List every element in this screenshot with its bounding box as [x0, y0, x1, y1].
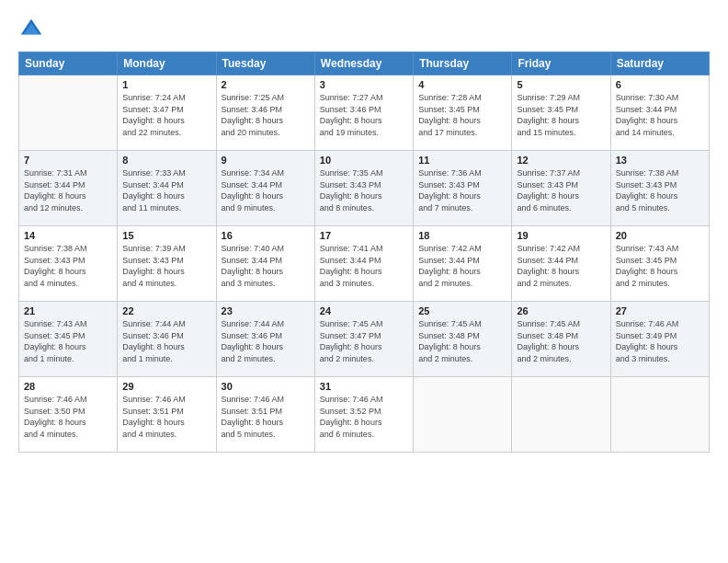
day-number: 8: [122, 155, 210, 166]
day-number: 22: [122, 305, 210, 316]
calendar-day-cell: 1Sunrise: 7:24 AM Sunset: 3:47 PM Daylig…: [118, 75, 216, 151]
day-number: 7: [24, 155, 112, 166]
weekday-header: Thursday: [414, 52, 512, 75]
day-info: Sunrise: 7:41 AM Sunset: 3:44 PM Dayligh…: [320, 243, 408, 289]
calendar-day-cell: 17Sunrise: 7:41 AM Sunset: 3:44 PM Dayli…: [314, 226, 413, 302]
day-info: Sunrise: 7:46 AM Sunset: 3:50 PM Dayligh…: [24, 394, 112, 440]
calendar-day-cell: 27Sunrise: 7:46 AM Sunset: 3:49 PM Dayli…: [610, 302, 709, 377]
calendar-header-row: SundayMondayTuesdayWednesdayThursdayFrid…: [19, 52, 710, 75]
page: SundayMondayTuesdayWednesdayThursdayFrid…: [0, 0, 728, 563]
weekday-header: Sunday: [19, 52, 118, 75]
weekday-header: Tuesday: [216, 52, 314, 75]
day-info: Sunrise: 7:43 AM Sunset: 3:45 PM Dayligh…: [616, 243, 704, 289]
day-number: 21: [24, 305, 112, 316]
calendar-day-cell: 23Sunrise: 7:44 AM Sunset: 3:46 PM Dayli…: [216, 302, 314, 377]
day-info: Sunrise: 7:45 AM Sunset: 3:48 PM Dayligh…: [517, 318, 605, 364]
day-number: 6: [616, 79, 704, 90]
calendar-day-cell: 4Sunrise: 7:28 AM Sunset: 3:45 PM Daylig…: [414, 75, 512, 151]
day-number: 25: [418, 305, 506, 316]
logo-icon: [18, 17, 44, 42]
calendar-week-row: 1Sunrise: 7:24 AM Sunset: 3:47 PM Daylig…: [19, 75, 710, 151]
day-info: Sunrise: 7:39 AM Sunset: 3:43 PM Dayligh…: [122, 243, 210, 289]
day-info: Sunrise: 7:33 AM Sunset: 3:44 PM Dayligh…: [122, 167, 210, 213]
calendar-day-cell: 12Sunrise: 7:37 AM Sunset: 3:43 PM Dayli…: [512, 151, 610, 226]
day-info: Sunrise: 7:25 AM Sunset: 3:46 PM Dayligh…: [222, 92, 310, 138]
weekday-header: Friday: [512, 52, 610, 75]
calendar-week-row: 14Sunrise: 7:38 AM Sunset: 3:43 PM Dayli…: [19, 226, 710, 302]
day-number: 20: [616, 230, 704, 241]
day-info: Sunrise: 7:46 AM Sunset: 3:51 PM Dayligh…: [222, 394, 310, 440]
day-info: Sunrise: 7:44 AM Sunset: 3:46 PM Dayligh…: [122, 318, 210, 364]
calendar-day-cell: 20Sunrise: 7:43 AM Sunset: 3:45 PM Dayli…: [610, 226, 709, 302]
day-info: Sunrise: 7:42 AM Sunset: 3:44 PM Dayligh…: [517, 243, 605, 289]
day-info: Sunrise: 7:31 AM Sunset: 3:44 PM Dayligh…: [24, 167, 112, 213]
day-number: 12: [517, 155, 605, 166]
calendar-day-cell: 10Sunrise: 7:35 AM Sunset: 3:43 PM Dayli…: [314, 151, 413, 226]
day-number: 5: [517, 79, 605, 90]
calendar-week-row: 21Sunrise: 7:43 AM Sunset: 3:45 PM Dayli…: [19, 302, 710, 377]
day-info: Sunrise: 7:45 AM Sunset: 3:48 PM Dayligh…: [418, 318, 506, 364]
day-info: Sunrise: 7:24 AM Sunset: 3:47 PM Dayligh…: [122, 92, 210, 138]
day-info: Sunrise: 7:29 AM Sunset: 3:45 PM Dayligh…: [517, 92, 605, 138]
weekday-header: Saturday: [610, 52, 709, 75]
calendar-day-cell: 29Sunrise: 7:46 AM Sunset: 3:51 PM Dayli…: [118, 377, 216, 453]
day-info: Sunrise: 7:40 AM Sunset: 3:44 PM Dayligh…: [222, 243, 310, 289]
day-number: 16: [222, 230, 310, 241]
calendar-day-cell: 15Sunrise: 7:39 AM Sunset: 3:43 PM Dayli…: [118, 226, 216, 302]
calendar-day-cell: 11Sunrise: 7:36 AM Sunset: 3:43 PM Dayli…: [414, 151, 512, 226]
calendar-day-cell: 31Sunrise: 7:46 AM Sunset: 3:52 PM Dayli…: [314, 377, 413, 453]
calendar-day-cell: [610, 377, 709, 453]
day-info: Sunrise: 7:30 AM Sunset: 3:44 PM Dayligh…: [616, 92, 704, 138]
day-number: 18: [418, 230, 506, 241]
calendar-day-cell: 2Sunrise: 7:25 AM Sunset: 3:46 PM Daylig…: [216, 75, 314, 151]
day-number: 2: [222, 79, 310, 90]
day-info: Sunrise: 7:46 AM Sunset: 3:49 PM Dayligh…: [616, 318, 704, 364]
logo: [18, 17, 48, 42]
calendar-day-cell: 25Sunrise: 7:45 AM Sunset: 3:48 PM Dayli…: [414, 302, 512, 377]
day-number: 4: [418, 79, 506, 90]
calendar-day-cell: 19Sunrise: 7:42 AM Sunset: 3:44 PM Dayli…: [512, 226, 610, 302]
calendar-day-cell: [512, 377, 610, 453]
day-number: 31: [320, 381, 408, 392]
calendar-day-cell: [414, 377, 512, 453]
day-number: 10: [320, 155, 408, 166]
calendar-day-cell: 16Sunrise: 7:40 AM Sunset: 3:44 PM Dayli…: [216, 226, 314, 302]
day-info: Sunrise: 7:34 AM Sunset: 3:44 PM Dayligh…: [222, 167, 310, 213]
calendar-day-cell: 26Sunrise: 7:45 AM Sunset: 3:48 PM Dayli…: [512, 302, 610, 377]
calendar-day-cell: 8Sunrise: 7:33 AM Sunset: 3:44 PM Daylig…: [118, 151, 216, 226]
day-number: 3: [320, 79, 408, 90]
calendar-day-cell: 6Sunrise: 7:30 AM Sunset: 3:44 PM Daylig…: [610, 75, 709, 151]
day-info: Sunrise: 7:27 AM Sunset: 3:46 PM Dayligh…: [320, 92, 408, 138]
calendar-table: SundayMondayTuesdayWednesdayThursdayFrid…: [18, 52, 710, 453]
calendar-week-row: 28Sunrise: 7:46 AM Sunset: 3:50 PM Dayli…: [19, 377, 710, 453]
day-number: 13: [616, 155, 704, 166]
calendar-day-cell: 18Sunrise: 7:42 AM Sunset: 3:44 PM Dayli…: [414, 226, 512, 302]
calendar-day-cell: 14Sunrise: 7:38 AM Sunset: 3:43 PM Dayli…: [19, 226, 118, 302]
calendar-day-cell: [19, 75, 118, 151]
day-info: Sunrise: 7:46 AM Sunset: 3:51 PM Dayligh…: [122, 394, 210, 440]
day-info: Sunrise: 7:38 AM Sunset: 3:43 PM Dayligh…: [24, 243, 112, 289]
calendar-day-cell: 24Sunrise: 7:45 AM Sunset: 3:47 PM Dayli…: [314, 302, 413, 377]
day-info: Sunrise: 7:38 AM Sunset: 3:43 PM Dayligh…: [616, 167, 704, 213]
weekday-header: Wednesday: [314, 52, 413, 75]
calendar-week-row: 7Sunrise: 7:31 AM Sunset: 3:44 PM Daylig…: [19, 151, 710, 226]
day-info: Sunrise: 7:36 AM Sunset: 3:43 PM Dayligh…: [418, 167, 506, 213]
day-number: 9: [222, 155, 310, 166]
weekday-header: Monday: [118, 52, 216, 75]
day-number: 17: [320, 230, 408, 241]
day-number: 14: [24, 230, 112, 241]
day-number: 30: [222, 381, 310, 392]
day-info: Sunrise: 7:44 AM Sunset: 3:46 PM Dayligh…: [222, 318, 310, 364]
calendar-day-cell: 30Sunrise: 7:46 AM Sunset: 3:51 PM Dayli…: [216, 377, 314, 453]
calendar-day-cell: 28Sunrise: 7:46 AM Sunset: 3:50 PM Dayli…: [19, 377, 118, 453]
day-number: 26: [517, 305, 605, 316]
calendar-day-cell: 22Sunrise: 7:44 AM Sunset: 3:46 PM Dayli…: [118, 302, 216, 377]
day-info: Sunrise: 7:28 AM Sunset: 3:45 PM Dayligh…: [418, 92, 506, 138]
calendar-day-cell: 9Sunrise: 7:34 AM Sunset: 3:44 PM Daylig…: [216, 151, 314, 226]
day-number: 28: [24, 381, 112, 392]
day-info: Sunrise: 7:35 AM Sunset: 3:43 PM Dayligh…: [320, 167, 408, 213]
calendar-day-cell: 21Sunrise: 7:43 AM Sunset: 3:45 PM Dayli…: [19, 302, 118, 377]
day-number: 29: [122, 381, 210, 392]
day-number: 15: [122, 230, 210, 241]
calendar-day-cell: 13Sunrise: 7:38 AM Sunset: 3:43 PM Dayli…: [610, 151, 709, 226]
